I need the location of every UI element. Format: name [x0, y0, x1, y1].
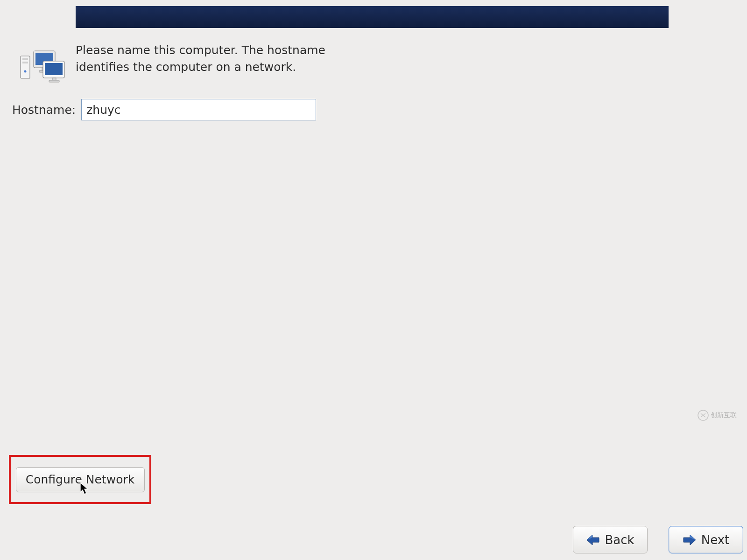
- next-button[interactable]: Next: [669, 526, 743, 553]
- network-computers-icon: [19, 48, 65, 83]
- installer-banner: [76, 6, 669, 28]
- back-button[interactable]: Back: [573, 526, 648, 553]
- next-button-label: Next: [701, 533, 730, 547]
- hostname-label: Hostname:: [12, 103, 76, 117]
- svg-rect-9: [45, 63, 63, 75]
- svg-rect-2: [22, 62, 28, 63]
- configure-network-button[interactable]: Configure Network: [16, 467, 145, 492]
- svg-rect-10: [52, 78, 56, 80]
- svg-rect-1: [22, 58, 28, 60]
- arrow-right-icon: [683, 534, 697, 546]
- nav-button-row: Back Next: [573, 526, 743, 553]
- svg-point-3: [24, 70, 27, 73]
- arrow-left-icon: [586, 534, 600, 546]
- hostname-input[interactable]: [81, 99, 316, 120]
- watermark-text: 创新互联: [711, 411, 737, 420]
- main-content: Please name this computer. The hostname …: [19, 42, 728, 120]
- hostname-row: Hostname:: [12, 99, 728, 120]
- configure-network-highlight: Configure Network: [9, 455, 151, 504]
- intro-row: Please name this computer. The hostname …: [19, 42, 728, 83]
- watermark: 创新互联: [698, 406, 744, 425]
- svg-rect-11: [49, 80, 59, 82]
- intro-text: Please name this computer. The hostname …: [76, 42, 332, 75]
- back-button-label: Back: [605, 533, 634, 547]
